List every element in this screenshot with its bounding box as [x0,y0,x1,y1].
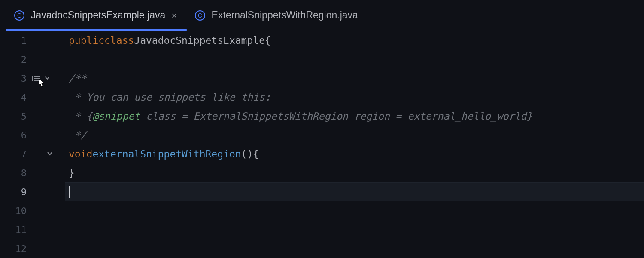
close-icon[interactable]: × [171,11,177,20]
gutter-line: 9 [0,182,65,201]
code-line[interactable] [65,50,644,69]
gutter-line: 5 [0,107,65,126]
gutter-line: 2 [0,50,65,69]
tab-external-snippets-with-region[interactable]: C ExternalSnippetsWithRegion.java [187,0,368,31]
gutter-line: 4 [0,88,65,107]
code-editor: 1 2 3 4 5 6 7 [0,31,644,258]
tab-javadoc-snippets-example[interactable]: C JavadocSnippetsExample.java × [6,0,187,31]
gutter-line: 7 [0,144,65,163]
code-line[interactable] [65,239,644,258]
gutter-line: 12 [0,239,65,258]
code-line[interactable]: void externalSnippetWithRegion() { [65,144,644,163]
class-icon: C [14,10,25,21]
gutter-line: 11 [0,220,65,239]
code-line[interactable]: public class JavadocSnippetsExample { [65,31,644,50]
tab-label: ExternalSnippetsWithRegion.java [212,9,358,21]
chevron-down-icon[interactable] [46,150,53,158]
code-line[interactable] [65,220,644,239]
text-caret [69,186,70,198]
code-line[interactable]: */ [65,126,644,144]
tab-label: JavadocSnippetsExample.java [31,9,165,21]
gutter-line: 10 [0,201,65,220]
gutter-line: 8 [0,163,65,182]
code-area[interactable]: public class JavadocSnippetsExample { /*… [65,31,644,258]
line-number-gutter: 1 2 3 4 5 6 7 [0,31,65,258]
gutter-line: 3 [0,69,65,88]
code-line[interactable]: * You can use snippets like this: [65,88,644,107]
class-icon: C [194,10,206,21]
svg-text:C: C [17,12,21,19]
code-line[interactable] [65,201,644,220]
svg-text:C: C [197,12,202,19]
code-line[interactable]: } [65,163,644,182]
code-line[interactable]: * {@snippet class = ExternalSnippetsWith… [65,107,644,126]
render-doc-icon[interactable] [32,74,41,82]
gutter-line: 1 [0,31,65,50]
code-line[interactable]: /** [65,69,644,88]
editor-tabbar: C JavadocSnippetsExample.java × C Extern… [0,0,644,31]
gutter-line: 6 [0,126,65,144]
code-line-current[interactable] [65,182,644,201]
chevron-down-icon[interactable] [44,74,51,83]
